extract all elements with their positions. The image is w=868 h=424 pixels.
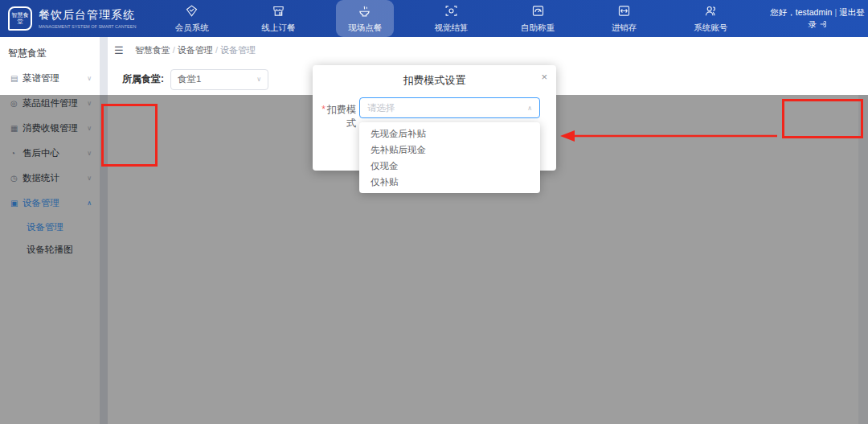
canteen-select[interactable]: 食堂1 ∨ xyxy=(170,69,268,90)
scale-icon xyxy=(531,4,545,21)
user-greeting: 您好，testadmin xyxy=(770,7,832,17)
collapse-menu-icon[interactable]: ☰ xyxy=(114,44,124,56)
deduction-mode-select[interactable]: 请选择 ∧ xyxy=(359,97,540,118)
canteen-label: 所属食堂: xyxy=(122,72,164,86)
divider: | xyxy=(832,7,839,17)
close-icon[interactable]: × xyxy=(541,71,547,83)
logo-icon: 智慧食堂 xyxy=(8,6,32,31)
chevron-down-icon: ∨ xyxy=(87,75,92,82)
breadcrumb-home[interactable]: 智慧食堂 xyxy=(135,45,170,55)
user-session-area: 您好，testadmin|退出登录 xyxy=(770,6,868,31)
app-logo: 智慧食堂 餐饮后台管理系统 MANAGEMENT SYSTEM OF SMART… xyxy=(0,6,149,31)
app-subtitle: MANAGEMENT SYSTEM OF SMART CANTEEN xyxy=(39,24,136,29)
nav-item-onsite-ordering[interactable]: 现场点餐 xyxy=(336,0,394,37)
chevron-down-icon: ∨ xyxy=(256,76,261,83)
app-window: 智慧食堂 餐饮后台管理系统 MANAGEMENT SYSTEM OF SMART… xyxy=(0,0,868,424)
breadcrumb-device-mgmt[interactable]: 设备管理 xyxy=(170,45,213,55)
recipe-icon: ▤ xyxy=(10,74,23,83)
dropdown-option[interactable]: 仅补贴 xyxy=(359,174,540,190)
deduction-mode-options-panel: 先现金后补贴 先补贴后现金 仅现金 仅补贴 xyxy=(359,122,540,193)
nav-item-system-account[interactable]: 系统账号 xyxy=(682,0,739,37)
app-title: 餐饮后台管理系统 xyxy=(39,8,145,23)
sidebar-title: 智慧食堂 xyxy=(8,47,47,60)
breadcrumb-current: 设备管理 xyxy=(213,45,256,55)
deduction-mode-field-label: *扣费模式 xyxy=(313,103,356,130)
annotation-rect-select-all xyxy=(101,104,158,167)
dropdown-option[interactable]: 先补贴后现金 xyxy=(359,142,540,158)
dialog-title: 扣费模式设置 xyxy=(313,73,556,88)
breadcrumb: 智慧食堂设备管理设备管理 xyxy=(135,44,256,56)
required-asterisk: * xyxy=(321,104,326,115)
bowl-dine-icon xyxy=(358,4,371,21)
diamond-member-icon xyxy=(185,4,199,21)
breadcrumb-bar: ☰ 智慧食堂设备管理设备管理 xyxy=(108,37,868,64)
sidebar-item-recipe-mgmt[interactable]: ▤ 菜谱管理 ∨ xyxy=(0,66,100,91)
annotation-rect-confirm-button xyxy=(782,99,863,138)
dropdown-option[interactable]: 先现金后补贴 xyxy=(359,126,540,142)
nav-item-member-system[interactable]: 会员系统 xyxy=(163,0,221,37)
scan-camera-icon xyxy=(444,4,458,21)
logout-icon[interactable] xyxy=(819,19,827,29)
nav-item-online-ordering[interactable]: 线上订餐 xyxy=(249,0,307,37)
nav-item-visual-checkout[interactable]: 视觉结算 xyxy=(422,0,480,37)
chevron-up-icon: ∧ xyxy=(527,105,532,112)
users-icon xyxy=(704,4,718,21)
inventory-arrows-icon xyxy=(617,4,631,21)
primary-nav: 会员系统 线上订餐 现场点餐 视觉结算 自助称重 进销存 xyxy=(149,0,770,37)
dropdown-option[interactable]: 仅现金 xyxy=(359,158,540,174)
nav-item-inventory[interactable]: 进销存 xyxy=(596,0,653,37)
annotation-arrow xyxy=(559,128,784,144)
top-navbar: 智慧食堂 餐饮后台管理系统 MANAGEMENT SYSTEM OF SMART… xyxy=(0,0,868,37)
storefront-icon xyxy=(272,4,285,21)
nav-item-self-weighing[interactable]: 自助称重 xyxy=(509,0,567,37)
